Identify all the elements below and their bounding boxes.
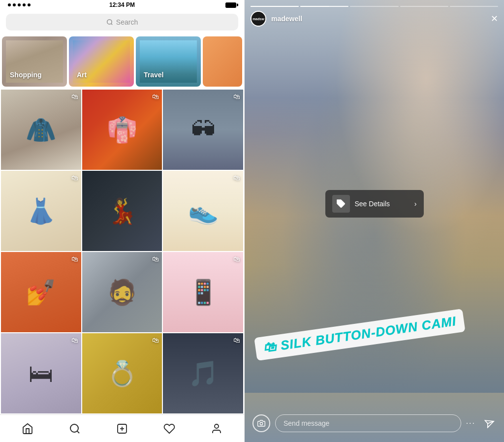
shopping-bag-icon-3: 🛍	[233, 93, 240, 100]
signal-dot	[28, 3, 31, 6]
shopping-bag-icon-1: 🛍	[71, 93, 78, 100]
svg-line-1	[111, 24, 113, 25]
nav-profile[interactable]	[193, 415, 240, 442]
nav-search[interactable]	[51, 415, 98, 442]
nav-add[interactable]	[98, 415, 146, 442]
signal-dot	[23, 3, 26, 6]
search-placeholder: Search	[116, 18, 138, 26]
camera-button[interactable]	[252, 414, 270, 432]
cell-figure-4: 👗	[26, 197, 56, 225]
svg-point-2	[70, 424, 78, 432]
shopping-bag-icon-7: 🛍	[71, 255, 78, 263]
battery-icon	[225, 2, 236, 8]
category-art-label: Art	[77, 71, 87, 79]
shopping-bag-icon-6: 🛍	[233, 174, 240, 182]
progress-bar-2	[300, 6, 348, 7]
category-art[interactable]: Art	[69, 36, 134, 87]
cell-figure-12: 🎵	[188, 359, 219, 388]
avatar-text: madsw	[252, 17, 264, 21]
instagram-explore-panel: 12:34 PM Search Shopping	[0, 0, 245, 442]
shopping-bag-icon-8: 🛍	[152, 255, 159, 263]
svg-point-9	[260, 422, 262, 425]
more-options-button[interactable]: ···	[466, 419, 475, 428]
progress-bar-5	[450, 6, 498, 7]
grid-cell-1[interactable]: 🧥 🛍	[1, 90, 81, 170]
cell-figure-7: 💅	[26, 278, 56, 307]
product-tag-item-icon	[332, 195, 350, 213]
signal-dot	[18, 3, 21, 6]
progress-bar-3	[350, 6, 398, 7]
story-user-row: madsw madewell ✕	[251, 11, 498, 27]
shopping-bag-icon-4: 🛍	[71, 174, 78, 182]
shopping-bag-icon-9: 🛍	[233, 255, 240, 263]
add-icon	[116, 423, 128, 435]
cell-figure-6: 👟	[188, 197, 219, 225]
instagram-story-panel: madsw madewell ✕ See Details › 🛍 SILK BU…	[245, 0, 504, 442]
bottom-navigation	[0, 414, 244, 442]
story-progress-bars	[251, 6, 498, 7]
sticker-bag-icon: 🛍	[262, 339, 278, 355]
progress-bar-1	[251, 6, 299, 7]
grid-cell-11[interactable]: 💍 🛍	[82, 333, 162, 413]
grid-cell-7[interactable]: 💅 🛍	[1, 252, 81, 332]
cell-figure-3: 🕶	[191, 116, 216, 144]
category-shopping[interactable]: Shopping	[2, 36, 67, 87]
grid-cell-6[interactable]: 👟 🛍	[163, 171, 243, 251]
photo-grid: 🧥 🛍 👘 🛍 🕶 🛍 👗 🛍 💃	[0, 89, 244, 414]
svg-line-3	[77, 431, 79, 433]
profile-icon	[211, 423, 222, 435]
battery-area	[225, 2, 236, 8]
signal-dot	[8, 3, 11, 6]
grid-cell-9[interactable]: 📱 🛍	[163, 252, 243, 332]
shopping-bag-icon-11: 🛍	[152, 336, 159, 344]
search-bar[interactable]: Search	[6, 14, 238, 31]
search-nav-icon	[69, 423, 81, 435]
nav-home[interactable]	[4, 415, 51, 442]
home-icon	[22, 423, 33, 435]
nav-activity[interactable]	[146, 415, 193, 442]
battery-fill	[226, 3, 236, 7]
search-icon	[106, 19, 113, 26]
cell-figure-10: 🛏	[29, 359, 53, 388]
story-close-button[interactable]: ✕	[491, 13, 498, 24]
cell-figure-1: 🧥	[26, 116, 56, 144]
story-username: madewell	[271, 15, 302, 23]
clock: 12:34 PM	[109, 1, 135, 8]
story-bottom-bar: Send message ···	[245, 409, 504, 442]
progress-bar-4	[400, 6, 448, 7]
grid-cell-10[interactable]: 🛏 🛍	[1, 333, 81, 413]
cell-figure-2: 👘	[107, 116, 137, 144]
send-button[interactable]	[478, 413, 499, 434]
send-message-input[interactable]: Send message	[275, 414, 461, 432]
shopping-bag-icon-2: 🛍	[152, 93, 159, 100]
grid-cell-2[interactable]: 👘 🛍	[82, 90, 162, 170]
category-shopping-label: Shopping	[10, 71, 42, 79]
grid-cell-8[interactable]: 🧔 🛍	[82, 252, 162, 332]
shopping-bag-icon-12: 🛍	[233, 336, 240, 344]
search-bar-container[interactable]: Search	[0, 10, 244, 34]
svg-point-7	[215, 424, 219, 428]
cell-figure-11: 💍	[107, 359, 137, 388]
grid-cell-3[interactable]: 🕶 🛍	[163, 90, 243, 170]
grid-cell-12[interactable]: 🎵 🛍	[163, 333, 243, 413]
shopping-bag-icon-10: 🛍	[71, 336, 78, 344]
product-tag-label: See Details	[355, 200, 410, 208]
message-placeholder: Send message	[284, 419, 329, 427]
cell-figure-5: 💃	[107, 197, 137, 225]
category-travel[interactable]: Travel	[136, 36, 201, 87]
product-tag[interactable]: See Details ›	[325, 190, 424, 218]
product-tag-arrow-icon: ›	[414, 200, 417, 208]
category-travel-label: Travel	[144, 71, 163, 79]
svg-point-0	[107, 20, 112, 24]
avatar: madsw	[251, 11, 266, 27]
category-extra[interactable]	[203, 36, 242, 87]
cell-figure-9: 📱	[188, 278, 219, 307]
signal-indicators	[8, 3, 31, 6]
signal-dot	[13, 3, 16, 6]
story-header: madsw madewell ✕	[245, 0, 504, 31]
grid-cell-5[interactable]: 💃	[82, 171, 162, 251]
categories-row: Shopping Art Travel	[0, 34, 244, 89]
heart-icon	[163, 423, 175, 435]
grid-cell-4[interactable]: 👗 🛍	[1, 171, 81, 251]
cell-figure-8: 🧔	[107, 278, 137, 307]
